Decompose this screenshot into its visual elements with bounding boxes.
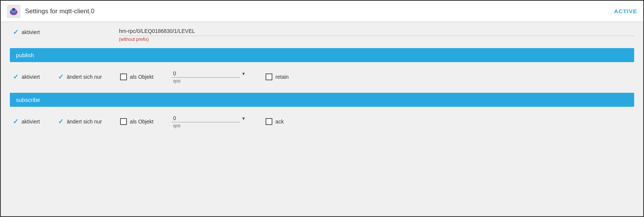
subscribe-aktiviert-label: aktiviert [22,119,40,125]
publish-options-row: ✓ aktiviert ✓ ändert sich nur als Objekt [13,70,631,84]
subscribe-header: subscribe [10,93,634,107]
subscribe-label: subscribe [16,97,40,103]
publish-als-objekt-label: als Objekt [130,74,153,80]
top-aktiviert-checkmark: ✓ [13,28,19,36]
publish-label: publish [16,52,34,58]
publish-content: ✓ aktiviert ✓ ändert sich nur als Objekt [10,62,634,87]
subscribe-qos-select-row: 0 1 2 ▼ [172,114,247,122]
publish-aendert-checkmark: ✓ [58,73,64,81]
publish-aendert-group: ✓ ändert sich nur [58,73,102,81]
publish-als-objekt-checkbox[interactable] [120,73,127,80]
publish-qos-select-row: 0 1 2 ▼ [172,70,247,78]
publish-retain-checkbox[interactable] [266,73,272,80]
subscribe-als-objekt-checkbox[interactable] [120,118,127,125]
topic-hint: (without prefix) [119,37,149,42]
publish-qos-dropdown-arrow[interactable]: ▼ [241,71,246,76]
subscribe-als-objekt-label: als Objekt [130,119,153,125]
subscribe-qos-group: 0 1 2 ▼ qos [172,114,247,128]
window-title: Settings for mqtt-client.0 [25,8,94,15]
subscribe-aendert-group: ✓ ändert sich nur [58,117,102,126]
topic-field-area: hm-rpc/0/LEQ0186830/1/LEVEL (without pre… [73,28,634,42]
subscribe-aktiviert-checkmark: ✓ [13,117,19,126]
publish-aktiviert-checkmark: ✓ [13,73,19,81]
main-window: Settings for mqtt-client.0 ACTIVE ✓ akti… [0,0,644,217]
subscribe-qos-dropdown-arrow[interactable]: ▼ [241,116,246,121]
top-aktiviert-group: ✓ aktiviert [13,28,73,36]
subscribe-aktiviert-group: ✓ aktiviert [13,117,40,126]
content-area: ✓ aktiviert hm-rpc/0/LEQ0186830/1/LEVEL … [1,22,643,137]
subscribe-ack-group[interactable]: ack [266,118,284,125]
publish-qos-label: qos [172,78,247,84]
publish-retain-label: retain [275,74,289,80]
subscribe-aendert-label: ändert sich nur [67,119,102,125]
svg-point-3 [12,8,15,11]
publish-qos-group: 0 1 2 ▼ qos [172,70,247,84]
top-aktiviert-label: aktiviert [22,29,40,35]
title-bar: Settings for mqtt-client.0 ACTIVE [1,1,643,22]
app-logo [7,5,20,18]
title-bar-left: Settings for mqtt-client.0 [7,5,94,18]
publish-retain-group[interactable]: retain [266,73,289,80]
topic-value: hm-rpc/0/LEQ0186830/1/LEVEL [119,28,634,36]
subscribe-qos-select[interactable]: 0 1 2 [172,114,240,122]
publish-aendert-label: ändert sich nur [67,74,102,80]
subscribe-content: ✓ aktiviert ✓ ändert sich nur als Objekt [10,107,634,131]
publish-aktiviert-label: aktiviert [22,74,40,80]
publish-header: publish [10,48,634,62]
subscribe-aendert-checkmark: ✓ [58,117,64,126]
subscribe-qos-label: qos [172,123,247,128]
subscribe-ack-label: ack [275,119,284,125]
subscribe-ack-checkbox[interactable] [266,118,272,125]
subscribe-options-row: ✓ aktiviert ✓ ändert sich nur als Objekt [13,114,631,128]
publish-als-objekt-group[interactable]: als Objekt [120,73,153,80]
status-badge: ACTIVE [614,8,637,14]
subscribe-als-objekt-group[interactable]: als Objekt [120,118,153,125]
publish-aktiviert-group: ✓ aktiviert [13,73,40,81]
top-section: ✓ aktiviert hm-rpc/0/LEQ0186830/1/LEVEL … [10,28,634,42]
publish-qos-select[interactable]: 0 1 2 [172,70,240,78]
